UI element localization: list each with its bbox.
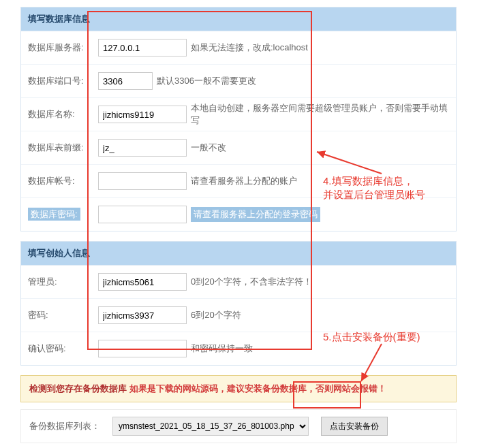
row-confirm-password: 确认密码: 和密码保持一致 — [21, 332, 456, 365]
db-info-title: 填写数据库信息 — [21, 7, 456, 31]
hint-db-account: 请查看服务器上分配的账户 — [191, 175, 297, 187]
input-db-server[interactable] — [98, 39, 187, 57]
row-db-account: 数据库帐号: 请查看服务器上分配的账户 — [21, 165, 456, 198]
input-db-account[interactable] — [98, 172, 187, 190]
hint-password: 6到20个字符 — [191, 309, 241, 321]
hint-db-prefix: 一般不改 — [191, 142, 226, 154]
input-db-name[interactable] — [98, 106, 187, 123]
hint-db-port: 默认3306一般不需要更改 — [157, 75, 256, 87]
row-db-port: 数据库端口号: 默认3306一般不需要更改 — [21, 65, 456, 98]
label-db-account: 数据库帐号: — [21, 175, 98, 187]
label-confirm-password: 确认密码: — [21, 342, 98, 355]
founder-info-title: 填写创始人信息 — [21, 242, 456, 266]
hint-confirm-password: 和密码保持一致 — [191, 342, 253, 355]
backup-label: 备份数据库列表： — [29, 420, 100, 432]
row-db-prefix: 数据库表前缀: 一般不改 — [21, 131, 456, 165]
label-db-port: 数据库端口号: — [21, 75, 98, 87]
label-password: 密码: — [21, 309, 98, 321]
row-admin: 管理员: 0到20个字符，不含非法字符！ — [21, 266, 456, 299]
input-db-prefix[interactable] — [98, 139, 187, 157]
label-db-name: 数据库名称: — [21, 108, 98, 121]
label-db-server: 数据库服务器: — [21, 42, 98, 54]
row-db-password: 数据库密码: 请查看服务器上分配的登录密码 — [21, 198, 456, 231]
input-confirm-password[interactable] — [98, 340, 187, 357]
db-info-panel: 填写数据库信息 数据库服务器: 如果无法连接，改成:localhost 数据库端… — [20, 7, 457, 231]
row-db-server: 数据库服务器: 如果无法连接，改成:localhost — [21, 31, 456, 65]
install-backup-button[interactable]: 点击安装备份 — [321, 417, 388, 436]
label-db-password: 数据库密码: — [21, 208, 98, 221]
label-admin: 管理员: — [21, 276, 98, 288]
hint-admin: 0到20个字符，不含非法字符！ — [191, 276, 312, 288]
hint-db-server: 如果无法连接，改成:localhost — [191, 42, 308, 54]
hint-db-password: 请查看服务器上分配的登录密码 — [191, 207, 320, 222]
row-password: 密码: 6到20个字符 — [21, 299, 456, 332]
input-db-password[interactable] — [98, 206, 187, 223]
row-db-name: 数据库名称: 本地自动创建，服务器空间需要超级管理员账户，否则需要手动填写 — [21, 98, 456, 131]
founder-info-panel: 填写创始人信息 管理员: 0到20个字符，不含非法字符！ 密码: 6到20个字符… — [20, 241, 457, 366]
alert-lead: 检测到您存在备份数据库 — [29, 383, 129, 394]
input-db-port[interactable] — [98, 72, 153, 90]
hint-db-name: 本地自动创建，服务器空间需要超级管理员账户，否则需要手动填写 — [191, 102, 450, 127]
input-admin[interactable] — [98, 273, 187, 291]
label-db-prefix: 数据库表前缀: — [21, 142, 98, 154]
backup-select[interactable]: ymsnstest_2021_05_18_15_37_26_801003.php — [112, 417, 309, 436]
backup-alert: 检测到您存在备份数据库 如果是下载的网站源码，建议安装备份数据库，否则网站会报错… — [20, 375, 457, 402]
input-password[interactable] — [98, 306, 187, 324]
backup-row: 备份数据库列表： ymsnstest_2021_05_18_15_37_26_8… — [20, 409, 457, 443]
alert-red: 如果是下载的网站源码，建议安装备份数据库，否则网站会报错！ — [129, 383, 386, 394]
